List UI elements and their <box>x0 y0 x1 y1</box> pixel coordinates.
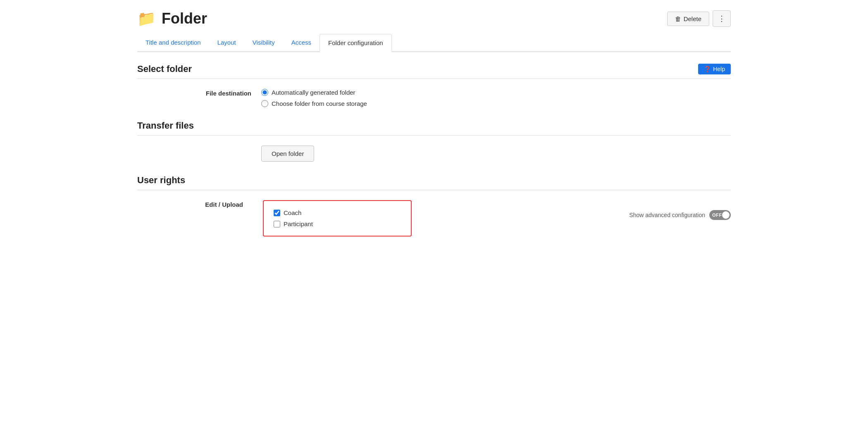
edit-upload-row: Edit / Upload Coach Participant <box>137 200 412 237</box>
participant-label: Participant <box>284 220 313 227</box>
coach-checkbox[interactable] <box>274 210 280 216</box>
edit-upload-checkboxes: Coach Participant <box>274 209 401 227</box>
open-folder-row: Open folder <box>137 146 731 162</box>
select-folder-section: Select folder ❓ Help File destination Au… <box>137 64 731 107</box>
folder-icon: 📁 <box>137 10 156 27</box>
user-rights-box: Coach Participant <box>263 200 412 237</box>
header-actions: 🗑 Delete ⋮ <box>667 10 731 27</box>
advanced-config-label: Show advanced configuration <box>629 212 705 218</box>
delete-label: Delete <box>684 15 701 22</box>
transfer-files-title: Transfer files <box>137 120 731 136</box>
more-icon: ⋮ <box>718 14 725 23</box>
help-label: Help <box>713 66 725 72</box>
advanced-config-toggle[interactable]: OFF <box>709 210 731 220</box>
open-folder-button[interactable]: Open folder <box>261 146 314 162</box>
tab-layout[interactable]: Layout <box>209 34 244 51</box>
coach-option[interactable]: Coach <box>274 209 401 216</box>
file-destination-row: File destination Automatically generated… <box>137 89 731 107</box>
edit-upload-label: Edit / Upload <box>187 200 253 208</box>
auto-folder-radio[interactable] <box>261 89 268 96</box>
toggle-off-label: OFF <box>712 213 722 218</box>
help-button[interactable]: ❓ Help <box>698 64 731 74</box>
advanced-config-row: Show advanced configuration OFF <box>629 210 731 220</box>
page-title: Folder <box>162 10 207 27</box>
tab-visibility[interactable]: Visibility <box>244 34 283 51</box>
auto-folder-option[interactable]: Automatically generated folder <box>261 89 367 96</box>
title-group: 📁 Folder <box>137 10 207 27</box>
choose-folder-radio[interactable] <box>261 100 268 107</box>
delete-button[interactable]: 🗑 Delete <box>667 12 709 26</box>
user-rights-title: User rights <box>137 175 731 190</box>
choose-folder-option[interactable]: Choose folder from course storage <box>261 100 367 107</box>
page-header: 📁 Folder 🗑 Delete ⋮ <box>137 10 731 27</box>
tab-folder-configuration[interactable]: Folder configuration <box>320 34 392 52</box>
select-folder-title: Select folder ❓ Help <box>137 64 731 79</box>
tab-access[interactable]: Access <box>283 34 320 51</box>
more-options-button[interactable]: ⋮ <box>713 10 731 27</box>
help-icon: ❓ <box>704 66 711 72</box>
choose-folder-label: Choose folder from course storage <box>272 100 367 107</box>
participant-option[interactable]: Participant <box>274 220 401 227</box>
auto-folder-label: Automatically generated folder <box>272 89 355 96</box>
participant-checkbox[interactable] <box>274 221 280 227</box>
transfer-files-section: Transfer files Open folder <box>137 120 731 162</box>
tab-title-description[interactable]: Title and description <box>137 34 209 51</box>
file-destination-options: Automatically generated folder Choose fo… <box>261 89 367 107</box>
trash-icon: 🗑 <box>675 15 681 22</box>
coach-label: Coach <box>284 209 301 216</box>
tabs-nav: Title and description Layout Visibility … <box>137 34 731 52</box>
user-rights-section: User rights Edit / Upload Coach <box>137 175 731 237</box>
file-destination-label: File destination <box>187 89 261 97</box>
